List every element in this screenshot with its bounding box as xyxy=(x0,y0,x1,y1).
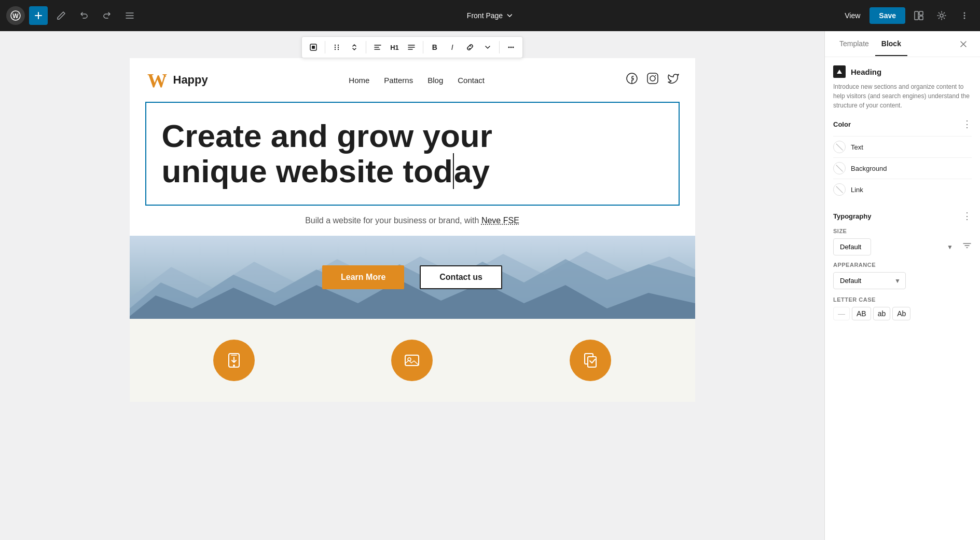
block-toolbar: H1 B I xyxy=(301,36,523,58)
more-block-options-button[interactable] xyxy=(503,39,519,56)
nav-home[interactable]: Home xyxy=(349,76,369,85)
svg-point-13 xyxy=(335,47,336,48)
panel-content: Heading Introduce new sections and organ… xyxy=(825,57,980,540)
menu-button[interactable] xyxy=(120,6,139,25)
edit-mode-button[interactable] xyxy=(52,6,71,25)
svg-rect-2 xyxy=(915,11,918,20)
learn-more-button[interactable]: Learn More xyxy=(322,265,404,289)
undo-button[interactable] xyxy=(75,6,93,25)
canvas: W Happy Home Patterns Blog Contact xyxy=(130,58,695,402)
contact-us-button[interactable]: Contact us xyxy=(420,265,502,289)
drag-handle-button[interactable] xyxy=(328,39,345,56)
heading-block[interactable]: Create and grow your unique website toda… xyxy=(145,102,680,206)
letter-case-none-button[interactable]: — xyxy=(833,307,850,320)
color-section-title: Color xyxy=(833,120,851,128)
italic-button[interactable]: I xyxy=(444,39,461,56)
size-select[interactable]: Default Small Medium Large xyxy=(833,238,871,255)
main-layout: H1 B I xyxy=(0,31,980,540)
link-dropdown-button[interactable] xyxy=(479,39,496,56)
buttons-overlay: Learn More Contact us xyxy=(130,236,695,319)
hero-section: Learn More Contact us xyxy=(130,236,695,319)
letter-case-row: — AB ab Ab xyxy=(833,307,972,320)
letter-case-label: LETTER CASE xyxy=(833,296,972,303)
tab-block[interactable]: Block xyxy=(875,32,907,56)
add-block-button[interactable] xyxy=(29,6,48,25)
color-text-row: Text xyxy=(833,136,972,157)
color-more-button[interactable]: ⋮ xyxy=(962,118,972,130)
parent-block-button[interactable] xyxy=(305,39,322,56)
size-row: Default Small Medium Large ▼ xyxy=(833,238,972,255)
link-color-swatch[interactable] xyxy=(833,183,846,196)
features-area xyxy=(130,319,695,402)
feature-icon-2 xyxy=(391,340,433,381)
appearance-label: APPEARANCE xyxy=(833,262,972,268)
background-color-label: Background xyxy=(851,165,887,172)
size-select-wrapper: Default Small Medium Large ▼ xyxy=(833,238,958,255)
letter-case-lowercase-button[interactable]: ab xyxy=(873,307,891,320)
letter-case-capitalize-button[interactable]: Ab xyxy=(892,307,910,320)
svg-text:W: W xyxy=(147,70,167,91)
background-color-swatch[interactable] xyxy=(833,162,846,174)
toolbar-divider xyxy=(325,41,325,53)
link-button[interactable] xyxy=(462,39,478,56)
logo-icon: W xyxy=(145,69,168,91)
site-name: Happy xyxy=(173,73,208,87)
heading-level-button[interactable]: H1 xyxy=(387,42,402,53)
size-filters-button[interactable] xyxy=(962,241,972,253)
typography-more-button[interactable]: ⋮ xyxy=(962,210,972,222)
svg-point-8 xyxy=(964,18,965,19)
letter-case-uppercase-button[interactable]: AB xyxy=(852,307,871,320)
site-logo[interactable]: W Happy xyxy=(145,69,208,91)
svg-point-24 xyxy=(655,75,656,76)
nav-patterns[interactable]: Patterns xyxy=(384,76,413,85)
toolbar-divider-3 xyxy=(423,41,423,53)
wp-logo[interactable]: W xyxy=(6,6,25,25)
svg-point-11 xyxy=(335,45,336,46)
svg-rect-3 xyxy=(919,11,923,15)
align-button[interactable] xyxy=(369,39,386,56)
toolbar-divider-4 xyxy=(499,41,500,53)
svg-rect-31 xyxy=(405,355,419,366)
block-type-icon xyxy=(833,65,846,78)
svg-point-30 xyxy=(233,365,235,367)
feature-icon-3 xyxy=(570,340,611,381)
more-options-button[interactable] xyxy=(955,6,974,25)
svg-point-23 xyxy=(650,76,655,81)
color-background-row: Background xyxy=(833,157,972,179)
facebook-icon[interactable] xyxy=(626,72,638,88)
layout-toggle-button[interactable] xyxy=(909,6,928,25)
top-bar: W Front Page View Save xyxy=(0,0,980,31)
svg-rect-4 xyxy=(919,16,923,20)
color-section-header: Color ⋮ xyxy=(833,118,972,130)
typography-section-title: Typography xyxy=(833,212,871,220)
page-title-dropdown[interactable]: Front Page xyxy=(467,11,513,20)
move-up-down-button[interactable] xyxy=(346,39,363,56)
save-button[interactable]: Save xyxy=(869,7,905,24)
svg-rect-10 xyxy=(312,46,315,49)
twitter-icon[interactable] xyxy=(667,72,680,88)
panel-close-button[interactable] xyxy=(955,36,972,52)
view-button[interactable]: View xyxy=(839,8,865,23)
text-color-swatch[interactable] xyxy=(833,141,846,153)
bold-button[interactable]: B xyxy=(426,39,443,56)
tab-template[interactable]: Template xyxy=(833,32,875,56)
block-name: Heading xyxy=(851,68,881,76)
social-icons xyxy=(626,72,680,88)
nav-contact[interactable]: Contact xyxy=(458,76,485,85)
neve-link[interactable]: Neve FSE xyxy=(481,216,519,225)
toolbar-divider-2 xyxy=(366,41,366,53)
appearance-select[interactable]: Default Thin Light Regular Medium Bold B… xyxy=(833,272,906,289)
instagram-icon[interactable] xyxy=(646,72,659,88)
svg-point-7 xyxy=(964,15,965,17)
redo-button[interactable] xyxy=(98,6,116,25)
svg-point-6 xyxy=(964,12,965,14)
link-color-label: Link xyxy=(851,186,863,194)
editor-area: H1 B I xyxy=(0,31,824,540)
color-link-row: Link xyxy=(833,179,972,200)
page-title-text: Front Page xyxy=(467,11,503,20)
nav-blog[interactable]: Blog xyxy=(427,76,443,85)
text-align-button[interactable] xyxy=(403,39,420,56)
settings-button[interactable] xyxy=(932,6,951,25)
site-nav: Home Patterns Blog Contact xyxy=(349,76,485,85)
svg-text:W: W xyxy=(12,12,19,20)
